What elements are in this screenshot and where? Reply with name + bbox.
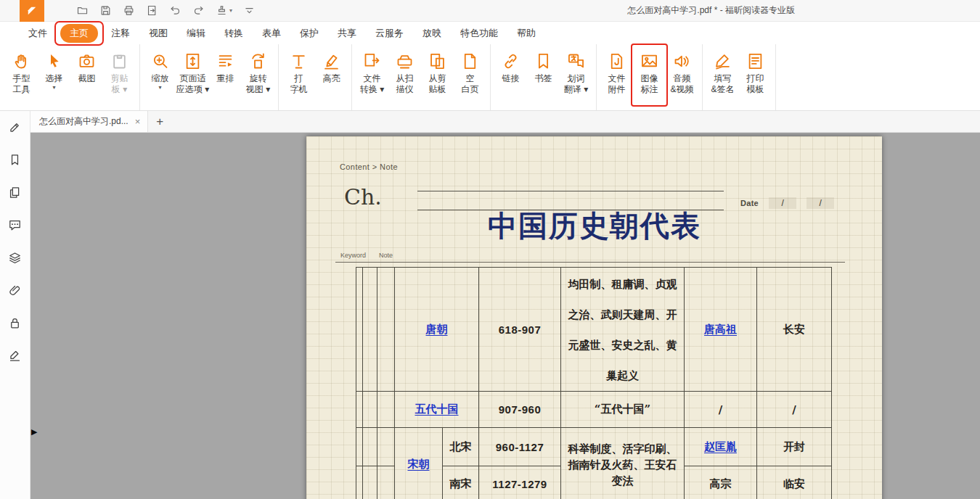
select-button[interactable]: 选择▾ <box>38 50 70 91</box>
menu-protect[interactable]: 保护 <box>290 24 328 43</box>
link-button[interactable]: 链接 <box>494 50 527 84</box>
menubar: 文件主页注释视图编辑转换表单保护共享云服务放映特色功能帮助 <box>0 22 980 44</box>
cell-period: 907-960 <box>479 392 561 428</box>
menu-comment-label: 注释 <box>111 28 130 38</box>
menu-form-label: 表单 <box>262 28 281 38</box>
sidebar-bookmarks-panel[interactable] <box>8 153 22 167</box>
reflow-button-label: 重排 <box>217 73 234 84</box>
file-attachment-button[interactable]: 文件附件 <box>600 50 633 95</box>
clipboard-button: 剪贴板 ▾ <box>103 50 136 95</box>
menu-view[interactable]: 视图 <box>139 24 177 43</box>
menu-present-label: 放映 <box>422 28 441 38</box>
menu-file[interactable]: 文件 <box>19 24 57 43</box>
zoom-button[interactable]: 缩放▾ <box>144 50 176 91</box>
menu-convert[interactable]: 转换 <box>215 24 253 43</box>
reflow-button[interactable]: 重排 <box>209 50 242 84</box>
document-tab[interactable]: 怎么面对高中学习.pd... × <box>30 111 148 132</box>
undo-button[interactable] <box>169 4 181 17</box>
snapshot-button[interactable]: 截图 <box>70 50 103 84</box>
founder-link[interactable]: 赵匡胤 <box>704 440 737 453</box>
open-file-button[interactable] <box>76 4 89 17</box>
fit-page-icon <box>183 51 203 71</box>
stamp-button[interactable]: ▾ <box>216 4 232 17</box>
ribbon-group-3: 打字机高亮 <box>279 44 352 110</box>
highlight-button[interactable]: 高亮 <box>315 50 348 84</box>
select-icon <box>44 51 64 71</box>
fill-sign-button-label: 填写&签名 <box>711 73 734 95</box>
menu-features[interactable]: 特色功能 <box>451 24 507 43</box>
bookmark-button[interactable]: 书签 <box>527 50 560 84</box>
sidebar-annotate[interactable] <box>8 120 22 134</box>
new-tab-button[interactable]: + <box>156 115 163 128</box>
sidebar-layers-panel[interactable] <box>8 251 22 265</box>
translate-icon <box>566 51 586 71</box>
ribbon-group-4: 文件转换 ▾从扫描仪从剪贴板空白页 <box>352 44 491 110</box>
menu-help[interactable]: 帮助 <box>507 24 545 43</box>
margin-cell <box>363 392 377 428</box>
fill-sign-button[interactable]: 填写&签名 <box>706 50 739 95</box>
body-row: 怎么面对高中学习.pd... × + ▶ Content > Note Ch. … <box>0 111 980 499</box>
sidebar-comments-panel[interactable] <box>8 218 22 232</box>
rotate-view-button[interactable]: 旋转视图 ▾ <box>242 50 274 95</box>
image-annotation-button[interactable]: 图像标注 <box>633 50 666 95</box>
link-icon <box>501 51 520 71</box>
from-scanner-button[interactable]: 从扫描仪 <box>388 50 421 95</box>
margin-cell <box>377 392 395 428</box>
audio-video-button[interactable]: 音频&视频 <box>666 50 698 95</box>
typewriter-button-label: 打字机 <box>290 73 308 95</box>
typewriter-button[interactable]: 打字机 <box>282 50 315 95</box>
margin-cell <box>356 466 363 499</box>
from-clipboard-icon <box>428 51 447 71</box>
typewriter-icon <box>289 51 309 71</box>
cell-period: 960-1127 <box>479 428 561 466</box>
dynasty-link[interactable]: 唐朝 <box>426 323 448 336</box>
menu-cloud[interactable]: 云服务 <box>366 24 413 43</box>
menu-share[interactable]: 共享 <box>328 24 366 43</box>
margin-cell <box>363 268 377 392</box>
margin-cell <box>377 428 395 466</box>
translate-button[interactable]: 划词翻译 ▾ <box>560 50 592 95</box>
panel-expand-handle[interactable]: ▶ <box>31 427 37 437</box>
edit-pen-icon <box>8 120 22 134</box>
redo-button[interactable] <box>192 4 205 17</box>
clipboard-icon <box>110 51 129 71</box>
menu-edit[interactable]: 编辑 <box>177 24 215 43</box>
from-clipboard-button[interactable]: 从剪贴板 <box>421 50 454 95</box>
menu-form[interactable]: 表单 <box>253 24 290 43</box>
lock-icon <box>8 316 22 330</box>
cell-dynasty: 五代十国 <box>395 392 479 428</box>
sidebar-security-panel[interactable] <box>8 316 22 330</box>
customize-toolbar-button[interactable] <box>243 4 256 17</box>
menu-present[interactable]: 放映 <box>413 24 451 43</box>
export-button[interactable] <box>146 4 158 17</box>
founder-link[interactable]: 唐高祖 <box>704 323 737 336</box>
hand-tool-button[interactable]: 手型工具 <box>5 50 38 95</box>
file-convert-button[interactable]: 文件转换 ▾ <box>356 50 388 95</box>
menu-comment[interactable]: 注释 <box>102 24 139 43</box>
dynasty-link[interactable]: 五代十国 <box>415 403 459 416</box>
ribbon-group-1: 手型工具选择▾截图剪贴板 ▾ <box>1 44 140 110</box>
left-sidebar <box>0 111 30 499</box>
paperclip-icon <box>8 284 22 297</box>
app-window: ▾ 怎么面对高中学习.pdf * - 福昕阅读器专业版 文件主页注释视图编辑转换… <box>0 0 980 499</box>
dynasty-link[interactable]: 宋朝 <box>408 458 430 471</box>
select-button-label: 选择▾ <box>46 73 63 91</box>
link-button-label: 链接 <box>502 73 520 84</box>
menu-home[interactable]: 主页 <box>60 24 98 43</box>
sidebar-signatures-panel[interactable] <box>8 349 22 363</box>
sidebar-pages-panel[interactable] <box>8 186 22 199</box>
comment-icon <box>8 218 22 232</box>
save-button[interactable] <box>99 4 112 17</box>
sidebar-attachments-panel[interactable] <box>8 284 22 297</box>
breadcrumb: Content > Note <box>340 162 398 171</box>
margin-cell <box>356 428 363 466</box>
hand-icon <box>12 51 31 71</box>
file-attach-icon <box>607 51 626 71</box>
print-template-button[interactable]: 打印模板 <box>739 50 772 95</box>
foxit-logo[interactable] <box>20 0 44 22</box>
print-button[interactable] <box>123 4 135 17</box>
tab-close-icon[interactable]: × <box>135 116 141 127</box>
blank-page-button[interactable]: 空白页 <box>454 50 486 95</box>
page-fit-button[interactable]: 页面适应选项 ▾ <box>176 50 209 95</box>
bookmark-icon <box>8 153 22 167</box>
